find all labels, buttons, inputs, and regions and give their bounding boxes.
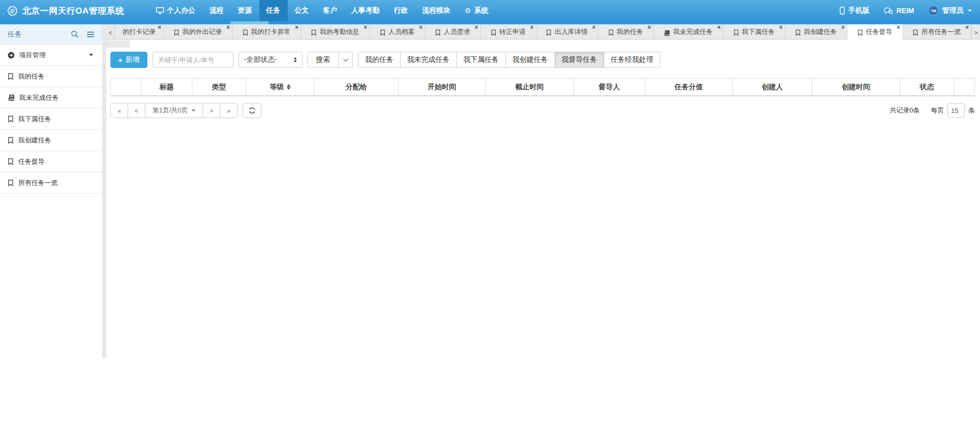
tab-scroll-right[interactable]: >: [971, 24, 980, 40]
filter-handled-by-me[interactable]: 任务经我处理: [604, 52, 660, 68]
add-button[interactable]: + 新增: [110, 52, 147, 68]
per-page-input[interactable]: [948, 103, 965, 118]
sidebar-item-all-tasks[interactable]: 所有任务一览: [0, 172, 102, 194]
close-icon[interactable]: ×: [648, 25, 651, 30]
tab-created-tasks[interactable]: 我创建任务 ×: [786, 24, 848, 40]
tab-attendance-info[interactable]: 我的考勤信息 ×: [301, 24, 370, 40]
sidebar-divider[interactable]: [102, 24, 106, 358]
sort-icon[interactable]: [287, 84, 291, 90]
close-icon[interactable]: ×: [592, 25, 596, 30]
tab-unfinished-tasks[interactable]: 我未完成任务 ×: [654, 24, 724, 40]
bookmark-icon: [311, 29, 317, 36]
filter-my-tasks[interactable]: 我的任务: [358, 52, 401, 68]
th-deadline[interactable]: 截止时间: [486, 79, 574, 95]
tab-task-supervision[interactable]: 任务督导 ×: [847, 24, 903, 40]
menu-item-hr-attendance[interactable]: 人事考勤: [344, 0, 387, 21]
close-icon[interactable]: ×: [158, 25, 162, 30]
sidebar-item-project-management[interactable]: 项目管理: [0, 45, 102, 66]
filter-subordinate-tasks[interactable]: 我下属任务: [457, 52, 506, 68]
search-icon[interactable]: [71, 30, 79, 38]
tab-warehouse-details[interactable]: 出入库详情 ×: [536, 24, 599, 40]
keyword-search-input[interactable]: [152, 52, 233, 68]
th-level[interactable]: 等级: [246, 79, 315, 95]
menu-item-administration[interactable]: 行政: [387, 0, 415, 21]
sidebar-item-label: 我创建任务: [18, 136, 51, 145]
menu-label: 系统: [474, 6, 488, 15]
tab-regularization[interactable]: 转正申请 ×: [481, 24, 536, 40]
page-last-button[interactable]: »: [220, 103, 238, 118]
close-icon[interactable]: ×: [364, 25, 367, 30]
tab-personnel-files[interactable]: 人员档案 ×: [370, 24, 425, 40]
close-icon[interactable]: ×: [295, 25, 299, 30]
main-content: < 的打卡记录 × 我的外出记录 × 我的打卡异常 × 我的考勤信息 ×: [106, 24, 980, 358]
th-create-time[interactable]: 创建时间: [812, 79, 900, 95]
close-icon[interactable]: ×: [419, 25, 423, 30]
menu-item-tasks[interactable]: 任务: [259, 0, 288, 21]
menu-item-customers[interactable]: 客户: [316, 0, 344, 21]
user-menu[interactable]: TM 管理员: [928, 6, 972, 16]
refresh-button[interactable]: [243, 103, 261, 118]
sidebar-item-my-tasks[interactable]: 我的任务: [0, 66, 102, 87]
close-icon[interactable]: ×: [897, 25, 900, 30]
reim-link[interactable]: REIM: [884, 7, 914, 15]
tab-my-tasks[interactable]: 我的任务 ×: [598, 24, 654, 40]
filter-created-tasks[interactable]: 我创建任务: [506, 52, 555, 68]
page-prev-button[interactable]: <: [128, 103, 145, 118]
chevron-down-icon[interactable]: [89, 54, 93, 56]
menu-item-personal-office[interactable]: 个人办公: [149, 0, 203, 21]
chevron-down-icon: [191, 109, 195, 112]
sidebar-item-label: 项目管理: [19, 51, 46, 60]
bookmark-icon: [546, 29, 552, 36]
sidebar: 任务 项目管理 我的任务 我未完成任务: [0, 24, 102, 358]
close-icon[interactable]: ×: [841, 25, 845, 30]
th-start-time[interactable]: 开始时间: [399, 79, 486, 95]
page-first-button[interactable]: «: [110, 103, 128, 118]
close-icon[interactable]: ×: [717, 25, 721, 30]
menu-item-resources[interactable]: 资源: [231, 0, 259, 21]
tab-subordinate-tasks[interactable]: 我下属任务 ×: [723, 24, 786, 40]
sidebar-item-created-tasks[interactable]: 我创建任务: [0, 130, 102, 151]
records-total: 共记录0条: [890, 106, 920, 115]
th-title[interactable]: 标题: [141, 79, 192, 95]
task-filter-group: 我的任务 我未完成任务 我下属任务 我创建任务 我督导任务 任务经我处理: [358, 52, 660, 68]
sidebar-item-task-supervision[interactable]: 任务督导: [0, 151, 102, 172]
th-supervisor[interactable]: 督导人: [574, 79, 645, 95]
sidebar-item-unfinished-tasks[interactable]: 我未完成任务: [0, 87, 102, 108]
mobile-version-link[interactable]: 手机版: [840, 6, 870, 15]
page-next-button[interactable]: >: [203, 103, 220, 118]
th-assigned-to[interactable]: 分配给: [315, 79, 399, 95]
filter-unfinished-tasks[interactable]: 我未完成任务: [401, 52, 457, 68]
pagination-group: « < 第1页/共0页 > »: [110, 103, 238, 118]
th-creator[interactable]: 创建人: [733, 79, 812, 95]
filter-supervised-tasks[interactable]: 我督导任务: [555, 52, 604, 68]
menu-label: 行政: [394, 6, 408, 15]
menu-item-process-modules[interactable]: 流程模块: [415, 0, 458, 21]
th-type[interactable]: 类型: [192, 79, 246, 95]
hamburger-icon[interactable]: [87, 31, 95, 38]
close-icon[interactable]: ×: [965, 25, 969, 30]
chat-icon: [884, 7, 893, 15]
tab-all-tasks[interactable]: 所有任务一览 ×: [903, 24, 972, 40]
tab-punch-anomalies[interactable]: 我的打卡异常 ×: [232, 24, 301, 40]
close-icon[interactable]: ×: [226, 25, 230, 30]
tab-my-outings[interactable]: 我的外出记录 ×: [164, 24, 233, 40]
page-info-dropdown[interactable]: 第1页/共0页: [145, 103, 203, 118]
close-icon[interactable]: ×: [530, 25, 534, 30]
search-button[interactable]: 搜索: [307, 52, 339, 68]
th-task-score[interactable]: 任务分值: [645, 79, 733, 95]
search-dropdown-button[interactable]: [339, 52, 353, 68]
th-status[interactable]: 状态: [900, 79, 954, 95]
close-icon[interactable]: ×: [779, 25, 783, 30]
tab-punch-records[interactable]: 的打卡记录 ×: [115, 24, 164, 40]
status-select[interactable]: -全部状态-: [239, 52, 302, 68]
sidebar-item-subordinate-tasks[interactable]: 我下属任务: [0, 108, 102, 130]
app-brand[interactable]: 北京一网天行OA管理系统: [0, 0, 132, 21]
menu-item-system[interactable]: ⚙ 系统: [458, 0, 496, 21]
app-title: 北京一网天行OA管理系统: [22, 5, 125, 17]
tab-scroll-left[interactable]: <: [106, 24, 115, 40]
close-icon[interactable]: ×: [475, 25, 478, 30]
menu-item-process[interactable]: 流程: [203, 0, 231, 21]
tab-personnel-needs[interactable]: 人员需求 ×: [425, 24, 481, 40]
menu-item-documents[interactable]: 公文: [288, 0, 316, 21]
sidebar-item-label: 我未完成任务: [19, 93, 59, 102]
